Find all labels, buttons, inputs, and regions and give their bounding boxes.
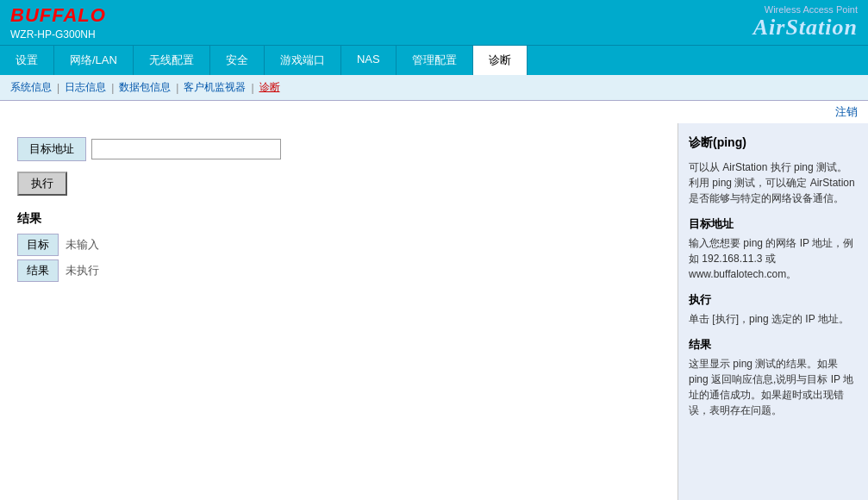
wireless-label: Wireless Access Point xyxy=(753,4,858,15)
subnav-clientmonitor[interactable]: 客户机监视器 xyxy=(180,78,249,97)
help-results-text: 这里显示 ping 测试的结果。如果 ping 返回响应信息,说明与目标 IP … xyxy=(689,356,858,418)
result-value: 未执行 xyxy=(66,263,99,278)
help-intro: 可以从 AirStation 执行 ping 测试。利用 ping 测试，可以确… xyxy=(689,159,858,206)
target-input[interactable] xyxy=(91,139,281,159)
nav-item-gaming[interactable]: 游戏端口 xyxy=(265,46,341,75)
help-results-title: 结果 xyxy=(689,337,858,353)
nav-item-settings[interactable]: 设置 xyxy=(0,46,54,75)
result-label: 结果 xyxy=(17,259,59,282)
target-address-row: 目标地址 xyxy=(17,137,660,161)
subnav-sep-2: | xyxy=(111,82,114,94)
main-nav: 设置 网络/LAN 无线配置 安全 游戏端口 NAS 管理配置 诊断 xyxy=(0,45,868,75)
nav-item-diagnostics[interactable]: 诊断 xyxy=(473,46,528,75)
buffalo-logo: BUFFALO xyxy=(10,4,106,27)
target-result-value: 未输入 xyxy=(66,237,99,253)
subnav: 系统信息 | 日志信息 | 数据包信息 | 客户机监视器 | 诊断 xyxy=(0,75,868,101)
nav-item-wireless[interactable]: 无线配置 xyxy=(134,46,210,75)
subnav-packetinfo[interactable]: 数据包信息 xyxy=(116,78,174,97)
right-panel: 诊断(ping) 可以从 AirStation 执行 ping 测试。利用 pi… xyxy=(678,123,868,500)
subnav-loginfo[interactable]: 日志信息 xyxy=(61,78,109,97)
help-title: 诊断(ping) xyxy=(689,135,858,151)
subnav-sep-4: | xyxy=(251,82,253,94)
header: BUFFALO WZR-HP-G300NH Wireless Access Po… xyxy=(0,0,868,45)
nav-item-network[interactable]: 网络/LAN xyxy=(54,46,134,75)
target-result-label: 目标 xyxy=(17,234,59,256)
subnav-sysinfo[interactable]: 系统信息 xyxy=(7,78,55,97)
results-heading: 结果 xyxy=(17,211,660,227)
nav-item-admin[interactable]: 管理配置 xyxy=(397,46,473,75)
result-row: 结果 未执行 xyxy=(17,259,660,282)
airstation-brand: Wireless Access Point AirStation xyxy=(753,4,858,41)
subnav-diagnostics[interactable]: 诊断 xyxy=(256,78,284,97)
main-content: 目标地址 执行 结果 目标 未输入 结果 未执行 诊断(ping) 可以从 Ai… xyxy=(0,123,868,500)
subnav-sep-3: | xyxy=(176,82,178,94)
logout-bar: 注销 xyxy=(0,101,868,123)
left-panel: 目标地址 执行 结果 目标 未输入 结果 未执行 xyxy=(0,123,678,500)
logout-link[interactable]: 注销 xyxy=(835,105,858,118)
help-target-text: 输入您想要 ping 的网络 IP 地址，例如 192.168.11.3 或 w… xyxy=(689,235,858,282)
help-exec-text: 单击 [执行]，ping 选定的 IP 地址。 xyxy=(689,311,858,327)
nav-item-nas[interactable]: NAS xyxy=(341,46,397,75)
help-exec-title: 执行 xyxy=(689,292,858,308)
logo-area: BUFFALO WZR-HP-G300NH xyxy=(10,4,106,41)
subnav-sep-1: | xyxy=(57,82,59,94)
help-target-title: 目标地址 xyxy=(689,216,858,232)
results-section: 结果 目标 未输入 结果 未执行 xyxy=(17,211,660,282)
target-label: 目标地址 xyxy=(17,137,86,161)
exec-button[interactable]: 执行 xyxy=(17,172,67,196)
airstation-label: AirStation xyxy=(753,15,858,41)
nav-item-security[interactable]: 安全 xyxy=(210,46,265,75)
model-label: WZR-HP-G300NH xyxy=(10,28,106,41)
target-result-row: 目标 未输入 xyxy=(17,234,660,256)
